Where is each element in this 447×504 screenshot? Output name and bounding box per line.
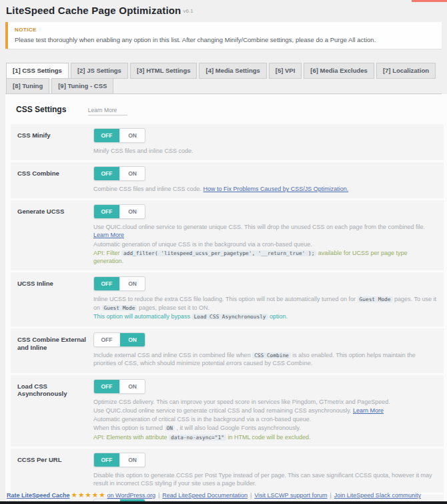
footer-links: Rate LiteSpeed Cache★★★★★on WordPress.or…	[7, 491, 421, 499]
toggle-option-off[interactable]: OFF	[94, 277, 119, 290]
setting-label: Generate UCSS	[17, 204, 93, 266]
settings-panel: CSS Settings Learn More CSS MinifyOFFONM…	[5, 94, 447, 504]
section-learn-more-link[interactable]: Learn More	[88, 107, 127, 115]
desc-line: Inline UCSS to reduce the extra CSS file…	[93, 295, 437, 312]
tab-9-tuning-css[interactable]: [9] Tuning - CSS	[51, 78, 113, 94]
setting-label: Load CSS Asynchronously	[17, 379, 93, 442]
setting-control-area: OFFONInline UCSS to reduce the extra CSS…	[93, 276, 437, 322]
desc-text: Automatic generation of unique CSS is in…	[93, 241, 312, 248]
settings-row-ucss-inline: UCSS InlineOFFONInline UCSS to reduce th…	[11, 272, 444, 326]
settings-row-css-minify: CSS MinifyOFFONMinify CSS files and inli…	[11, 124, 444, 160]
desc-text: Include external CSS and inline CSS in c…	[93, 352, 252, 358]
tab-6-media-excludes[interactable]: [6] Media Excludes	[304, 63, 374, 79]
toggle-option-on[interactable]: ON	[119, 277, 145, 290]
tab-4-media-settings[interactable]: [4] Media Settings	[199, 63, 266, 79]
desc-text: Use QUIC.cloud online service to generat…	[93, 224, 425, 230]
bottom-edge-bar	[0, 501, 447, 504]
star-rating: ★★★★★	[71, 491, 106, 499]
bypass-note-text: option.	[268, 313, 288, 320]
toggle-option-off[interactable]: OFF	[94, 380, 119, 393]
setting-label: CSS Combine	[17, 166, 93, 194]
page-title: LiteSpeed Cache Page Optimization	[6, 5, 181, 16]
toggle-option-on[interactable]: ON	[119, 167, 145, 180]
desc-text: Optimize CSS delivery. This can improve …	[93, 399, 390, 405]
notice-banner: NOTICE Please test thoroughly when enabl…	[5, 22, 442, 49]
setting-control-area: OFFONInclude external CSS and inline CSS…	[93, 332, 437, 368]
setting-control-area: OFFONUse QUIC.cloud online service to ge…	[93, 204, 437, 266]
toggle-group: OFFON	[93, 166, 145, 181]
desc-text: Automatic generation of critical CSS is …	[93, 416, 311, 423]
page-header: LiteSpeed Cache Page Optimizationv6.1	[0, 0, 447, 17]
footer-rate-link[interactable]: Rate LiteSpeed Cache	[7, 492, 70, 499]
toggle-option-off[interactable]: OFF	[94, 453, 119, 467]
tab-8-tuning[interactable]: [8] Tuning	[6, 78, 49, 94]
setting-description: Minify CSS files and inline CSS code.	[93, 147, 437, 155]
toggle-option-on[interactable]: ON	[119, 333, 145, 346]
setting-label: CSS Minify	[17, 128, 93, 156]
desc-text: Inline UCSS to reduce the extra CSS file…	[93, 296, 358, 302]
setting-control-area: OFFONCombine CSS files and inline CSS co…	[93, 166, 437, 194]
tab-bar: [1] CSS Settings[2] JS Settings[3] HTML …	[5, 63, 442, 94]
setting-description: Include external CSS and inline CSS in c…	[93, 351, 437, 368]
desc-line: Use QUIC.cloud online service to generat…	[93, 223, 437, 239]
toggle-option-on[interactable]: ON	[119, 205, 145, 218]
setting-control-area: OFFONMinify CSS files and inline CSS cod…	[93, 128, 437, 156]
inline-link[interactable]: Learn More	[353, 407, 384, 414]
toggle-option-off[interactable]: OFF	[94, 129, 119, 142]
desc-line: Minify CSS files and inline CSS code.	[93, 147, 437, 155]
desc-text: Disable this option to generate CCSS per…	[93, 472, 432, 487]
tab-5-vpi[interactable]: [5] VPI	[269, 63, 302, 79]
bypass-note-text: This option will automatically bypass	[93, 313, 192, 320]
setting-label: UCSS Inline	[17, 276, 93, 322]
code-chip: Guest Mode	[102, 305, 137, 311]
desc-text: Use QUIC.cloud online service to generat…	[93, 407, 353, 414]
desc-text: , it will also load Google Fonts asynchr…	[175, 425, 301, 431]
footer-separator: |	[158, 492, 159, 499]
code-chip: add_filter( 'litespeed_ucss_per_pagetype…	[121, 250, 316, 256]
setting-description: Disable this option to generate CCSS per…	[93, 471, 437, 487]
toggle-group: OFFON	[93, 204, 145, 219]
footer-separator: |	[250, 492, 252, 499]
setting-label: CCSS Per URL	[17, 453, 93, 488]
desc-line: Combine CSS files and inline CSS code. H…	[93, 185, 437, 193]
code-chip: Load CSS Asynchronously	[192, 314, 268, 320]
toggle-group: OFFON	[93, 379, 145, 394]
setting-description: Optimize CSS delivery. This can improve …	[93, 398, 437, 441]
desc-line: This option will automatically bypass Lo…	[93, 312, 437, 321]
tab-2-js-settings[interactable]: [2] JS Settings	[71, 63, 128, 79]
toggle-group: OFFON	[93, 128, 145, 143]
footer-visit-lscwp-support-forum-link[interactable]: Visit LSCWP support forum	[254, 492, 327, 499]
toggle-option-on[interactable]: ON	[119, 129, 145, 142]
settings-row-load-css-asynchronously: Load CSS AsynchronouslyOFFONOptimize CSS…	[11, 375, 444, 447]
footer-wordpress-link[interactable]: on WordPress.org	[107, 492, 155, 499]
desc-text: Combine CSS files and inline CSS code.	[93, 186, 203, 192]
inline-link[interactable]: Learn More	[93, 232, 124, 238]
inline-link[interactable]: How to Fix Problems Caused by CSS/JS Opt…	[203, 186, 349, 192]
toggle-option-on[interactable]: ON	[119, 453, 145, 467]
toggle-group: OFFON	[93, 332, 145, 347]
setting-description: Inline UCSS to reduce the extra CSS file…	[93, 295, 437, 321]
settings-row-css-combine: CSS CombineOFFONCombine CSS files and in…	[11, 162, 444, 198]
api-note-text: in HTML code will be excluded.	[226, 434, 311, 441]
top-right-red-strip	[412, 0, 447, 2]
code-chip: CSS Combine	[252, 352, 291, 358]
desc-text: pages, please set it to ON.	[137, 304, 209, 311]
tab-7-localization[interactable]: [7] Localization	[376, 63, 436, 79]
tab-1-css-settings[interactable]: [1] CSS Settings	[6, 63, 69, 79]
toggle-option-off[interactable]: OFF	[94, 333, 119, 346]
settings-row-generate-ucss: Generate UCSSOFFONUse QUIC.cloud online …	[11, 200, 444, 270]
desc-line: Disable this option to generate CCSS per…	[93, 471, 437, 487]
toggle-option-off[interactable]: OFF	[94, 167, 119, 180]
toggle-option-off[interactable]: OFF	[94, 205, 119, 218]
toggle-option-on[interactable]: ON	[119, 380, 145, 393]
setting-description: Combine CSS files and inline CSS code. H…	[93, 185, 437, 193]
footer-join-litespeed-slack-community-link[interactable]: Join LiteSpeed Slack community	[334, 492, 421, 499]
section-title: CSS Settings	[16, 105, 66, 114]
desc-line: API: Filter add_filter( 'litespeed_ucss_…	[93, 249, 437, 266]
setting-label: CSS Combine External and Inline	[17, 332, 93, 368]
footer-read-litespeed-documentation-link[interactable]: Read LiteSpeed Documentation	[162, 492, 248, 499]
desc-line: Automatic generation of unique CSS is in…	[93, 240, 437, 248]
tab-3-html-settings[interactable]: [3] HTML Settings	[130, 63, 197, 79]
desc-line: Include external CSS and inline CSS in c…	[93, 351, 437, 368]
version-badge: v6.1	[183, 8, 193, 14]
